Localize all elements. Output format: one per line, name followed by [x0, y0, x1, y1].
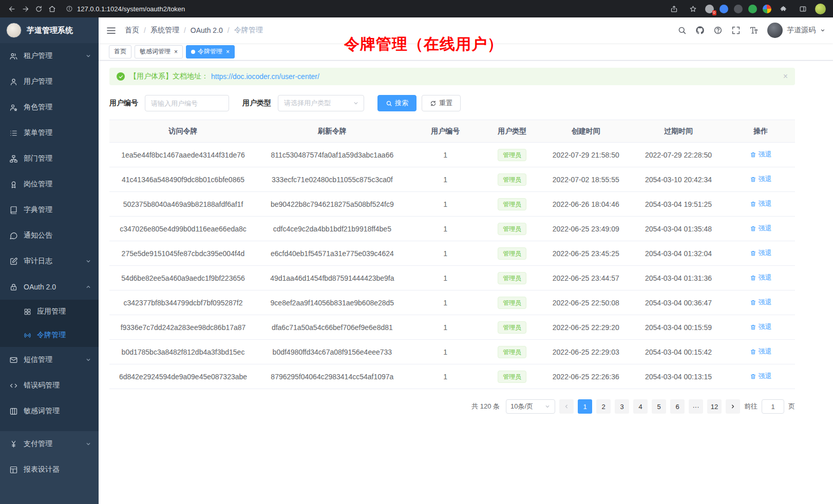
sidebar-item-menu[interactable]: 菜单管理	[0, 120, 99, 146]
sidebar-item-error-code[interactable]: 错误码管理	[0, 373, 99, 398]
force-logout-button[interactable]: 强退	[750, 199, 772, 208]
force-logout-button[interactable]: 强退	[750, 273, 772, 282]
close-icon[interactable]: ×	[226, 49, 230, 55]
force-logout-button[interactable]: 强退	[750, 322, 772, 332]
reset-button[interactable]: 重置	[422, 95, 461, 111]
github-icon[interactable]	[695, 26, 705, 35]
extension-icon-5[interactable]	[763, 5, 771, 13]
sidebar-item-report-designer[interactable]: 报表设计器	[0, 457, 99, 482]
sidebar-item-sensitive-word[interactable]: 敏感词管理	[0, 398, 99, 424]
goto-unit: 页	[788, 402, 795, 411]
bookmark-star-icon[interactable]	[686, 2, 699, 15]
font-size-icon[interactable]	[749, 26, 759, 35]
tab-sensitive-word[interactable]: 敏感词管理 ×	[135, 45, 183, 59]
user-menu[interactable]: 芋道源码	[767, 23, 826, 38]
address-bar[interactable]: 127.0.0.1:1024/system/oauth2/token	[59, 5, 667, 13]
prev-page-button[interactable]	[559, 399, 574, 414]
browser-reload-button[interactable]	[32, 2, 45, 15]
extension-icon-2[interactable]	[720, 5, 728, 13]
breadcrumb-system[interactable]: 系统管理	[150, 26, 179, 35]
breadcrumb: 首页 / 系统管理 / OAuth 2.0 / 令牌管理	[125, 26, 263, 35]
page-size-select[interactable]: 10条/页	[506, 399, 555, 414]
sidebar-item-label: 部门管理	[24, 154, 52, 163]
page-button[interactable]: 1	[578, 399, 592, 414]
sidebar-item-pay[interactable]: 支付管理	[0, 431, 99, 457]
profile-avatar[interactable]	[815, 4, 826, 14]
extension-icon-4[interactable]	[748, 5, 757, 13]
page-button[interactable]: 3	[615, 399, 629, 414]
side-panel-icon[interactable]	[796, 2, 809, 15]
sidebar-item-post[interactable]: 岗位管理	[0, 171, 99, 197]
force-logout-button[interactable]: 强退	[750, 175, 772, 184]
home-icon	[48, 5, 56, 13]
user-type-select[interactable]: 请选择用户类型	[278, 95, 364, 111]
sidebar-item-oauth[interactable]: OAuth 2.0	[0, 274, 99, 300]
user-type-cell: 管理员	[483, 192, 541, 217]
browser-back-button[interactable]	[5, 2, 18, 15]
sidebar-item-sms[interactable]: 短信管理	[0, 347, 99, 373]
page-button[interactable]: 5	[652, 399, 666, 414]
page-button[interactable]: 4	[633, 399, 648, 414]
expire-time-cell: 2054-03-04 00:36:47	[631, 290, 727, 315]
sidebar-item-token-manage[interactable]: 令牌管理	[0, 323, 99, 347]
doc-link[interactable]: https://doc.iocoder.cn/user-center/	[211, 72, 319, 81]
sidebar-item-tenant[interactable]: 租户管理	[0, 43, 99, 69]
sidebar-item-role[interactable]: 角色管理	[0, 94, 99, 120]
sidebar-item-audit-log[interactable]: 审计日志	[0, 248, 99, 274]
create-time-cell: 2022-06-25 23:45:25	[541, 241, 631, 266]
force-logout-button[interactable]: 强退	[750, 298, 772, 307]
tab-token-manage[interactable]: 令牌管理 ×	[186, 45, 235, 59]
alert-close-icon[interactable]: ×	[783, 72, 788, 81]
extension-icon-3[interactable]	[734, 5, 743, 13]
browser-home-button[interactable]	[45, 2, 59, 15]
sidebar-item-user[interactable]: 用户管理	[0, 69, 99, 94]
sidebar-item-dict[interactable]: 字典管理	[0, 197, 99, 223]
sidebar-bottom-section: 支付管理 报表设计器	[0, 431, 99, 504]
user-id-cell: 1	[408, 290, 483, 315]
sidebar-item-dept[interactable]: 部门管理	[0, 146, 99, 171]
sidebar-item-app-manage[interactable]: 应用管理	[0, 300, 99, 323]
delete-icon	[750, 373, 756, 380]
force-logout-button[interactable]: 强退	[750, 372, 772, 381]
extensions-puzzle-icon[interactable]	[777, 2, 790, 15]
refresh-token-cell: 49d1aa46d1454fbd87591444423be9fa	[257, 266, 408, 290]
create-time-cell: 2022-07-29 21:58:50	[541, 143, 631, 167]
refresh-token-cell: e6cfd40eb1f54571a31e775e039c4624	[257, 241, 408, 266]
page-button[interactable]: 2	[596, 399, 611, 414]
force-logout-button[interactable]: 强退	[750, 224, 772, 233]
search-button[interactable]: 搜索	[377, 95, 416, 111]
user-id-input[interactable]	[145, 95, 229, 111]
page-button[interactable]: 12	[707, 399, 722, 414]
breadcrumb-oauth[interactable]: OAuth 2.0	[191, 26, 223, 34]
layout-grid-icon	[9, 466, 18, 474]
table-row: 6d842e2924594de9a09e45e087323abe 8796295…	[109, 364, 795, 389]
breadcrumb-home[interactable]: 首页	[125, 26, 139, 35]
force-logout-button[interactable]: 强退	[750, 347, 772, 356]
user-type-badge: 管理员	[498, 223, 526, 235]
logo[interactable]: 芋道管理系统	[0, 17, 99, 43]
extension-icon-1[interactable]: 0	[705, 5, 714, 13]
user-type-badge: 管理员	[498, 346, 526, 358]
fullscreen-icon[interactable]	[731, 26, 741, 35]
success-check-icon	[117, 72, 125, 81]
page-button[interactable]: 6	[670, 399, 685, 414]
hamburger-icon[interactable]	[106, 25, 117, 36]
share-icon[interactable]	[667, 2, 680, 15]
refresh-token-cell: 333ecfc71e02480cb11055c875c3ca0f	[257, 167, 408, 192]
force-logout-button[interactable]: 强退	[750, 150, 772, 159]
sidebar-item-label: 用户管理	[24, 77, 52, 86]
sidebar-item-notice[interactable]: 通知公告	[0, 223, 99, 248]
page-button[interactable]: ···	[689, 399, 703, 414]
sidebar-menu: 租户管理 用户管理 角色管理 菜单管理 部门管理 岗位管理	[0, 43, 99, 504]
force-logout-button[interactable]: 强退	[750, 248, 772, 258]
delete-icon	[750, 151, 756, 158]
help-icon[interactable]	[713, 26, 723, 35]
next-page-button[interactable]	[726, 399, 740, 414]
close-icon[interactable]: ×	[174, 49, 178, 55]
browser-forward-button[interactable]	[18, 2, 32, 15]
tab-home[interactable]: 首页	[109, 45, 131, 59]
table-row: f9336e7c7dd242a283ee98dc86b17a87 dfa6c71…	[109, 315, 795, 340]
header-search-icon[interactable]	[677, 26, 687, 35]
expire-time-cell: 2054-03-04 01:35:48	[631, 217, 727, 241]
goto-page-input[interactable]	[762, 399, 784, 414]
